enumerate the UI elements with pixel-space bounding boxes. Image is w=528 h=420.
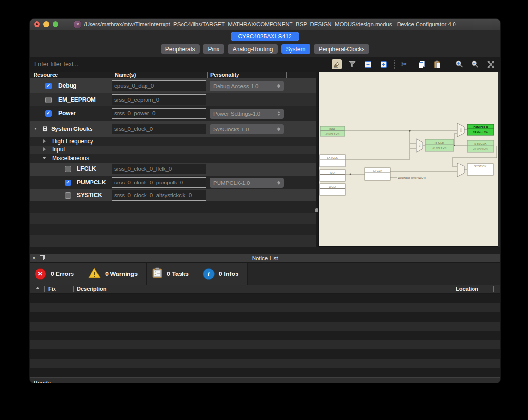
close-window-button[interactable] [34, 21, 40, 27]
notice-undock-icon[interactable] [39, 256, 44, 260]
em-eeprom-checkbox[interactable] [45, 97, 52, 103]
wco-block[interactable]: WCO [320, 184, 345, 195]
chevron-updown-icon [277, 84, 280, 88]
notice-empty-row [30, 303, 500, 312]
cut-icon[interactable]: ✂ [401, 59, 411, 69]
pumpclk-block[interactable]: PUMPCLK 24 MHz ± 2% [467, 124, 494, 135]
sysclk-block[interactable]: SYSCLK 24 MHz ± 2% [467, 140, 494, 152]
errors-filter-button[interactable]: ✕ 0 Errors [30, 263, 83, 285]
tasks-filter-button[interactable]: ✓✓ 0 Tasks [147, 263, 198, 285]
empty-row [30, 224, 316, 235]
expander-down-icon[interactable] [34, 128, 37, 130]
expander-down-icon[interactable] [42, 157, 46, 159]
lfclk-checkbox[interactable] [65, 166, 71, 172]
row-label: LFCLK [77, 165, 96, 172]
toolbar-separator [448, 60, 449, 69]
ilo-block[interactable]: ILO [320, 170, 345, 181]
pumpclk-personality-select[interactable]: PUMPCLK-1.0 [210, 178, 284, 188]
sort-caret-icon[interactable] [36, 287, 40, 289]
power-checkbox[interactable] [45, 110, 52, 117]
debug-personality-select[interactable]: Debug Access-1.0 [210, 81, 284, 91]
system-clocks-name-field[interactable]: srss_0_clock_0 [112, 124, 206, 134]
column-location[interactable]: Location [456, 286, 478, 292]
table-row-input[interactable]: Input [30, 146, 316, 154]
systick-block[interactable]: SYSTICK [467, 164, 493, 175]
pumpclk-checkbox[interactable] [65, 180, 71, 186]
row-label: High Frequency [52, 138, 93, 145]
row-label: Input [52, 146, 65, 153]
filter-toolbar: ✂ [30, 57, 500, 72]
collapse-all-icon[interactable] [363, 59, 373, 69]
hfclk-block[interactable]: HFCLK 24 MHz ± 2% [425, 139, 454, 151]
svg-text:24 MHz ± 2%: 24 MHz ± 2% [433, 147, 447, 149]
expander-right-icon[interactable] [43, 147, 46, 151]
table-row-high-frequency[interactable]: High Frequency [30, 137, 316, 146]
column-personality[interactable]: Personality [210, 72, 239, 78]
traffic-lights [34, 21, 58, 27]
copy-icon[interactable] [417, 59, 426, 69]
system-clocks-personality-select[interactable]: SysClocks-1.0 [210, 124, 284, 134]
eraser-icon[interactable] [332, 59, 342, 69]
zoom-fit-icon[interactable] [486, 59, 495, 69]
row-label: Debug [58, 82, 76, 89]
power-name-field[interactable]: srss_0_power_0 [112, 108, 206, 119]
table-row-em-eeprom[interactable]: EM_EEPROM srss_0_eeprom_0 [30, 93, 316, 106]
table-row-miscellaneous[interactable]: Miscellaneous [30, 154, 316, 163]
imo-block[interactable]: IMO 24 MHz ± 2% [320, 126, 345, 136]
column-resource[interactable]: Resource [34, 72, 58, 78]
mux-systick[interactable] [457, 163, 464, 177]
pumpclk-name-field[interactable]: srss_0_clock_0_pumpclk_0 [112, 177, 206, 188]
row-label: Power [58, 110, 76, 117]
expand-all-icon[interactable] [379, 59, 388, 69]
window-title-text: /Users/mathrax/mtw/TimerInterrupt_PSoC4/… [84, 21, 455, 27]
device-button[interactable]: CY8C4025AXI-S412 [231, 32, 299, 41]
table-row-lfclk[interactable]: LFCLK srss_0_clock_0_lfclk_0 [30, 163, 316, 176]
warning-icon [88, 267, 101, 280]
column-fix[interactable]: Fix [48, 286, 56, 292]
table-row-system-clocks[interactable]: System Clocks srss_0_clock_0 SysClocks-1… [30, 121, 316, 137]
mux-pumpclk[interactable]: IMO [457, 123, 464, 137]
tab-pins[interactable]: Pins [203, 44, 224, 54]
notice-splitter[interactable] [30, 247, 500, 254]
svg-text:24 MHz ± 2%: 24 MHz ± 2% [326, 133, 340, 135]
lfclk-block[interactable]: LFCLK [365, 168, 390, 180]
table-row-power[interactable]: Power srss_0_power_0 Power Settings-1.0 [30, 106, 316, 121]
svg-text:24 MHz ± 2%: 24 MHz ± 2% [473, 148, 488, 150]
filter-input[interactable] [30, 60, 332, 68]
title-bar[interactable]: ✕ /Users/mathrax/mtw/TimerInterrupt_PSoC… [30, 19, 500, 30]
zoom-out-icon[interactable] [470, 59, 480, 69]
table-row-pumpclk[interactable]: PUMPCLK srss_0_clock_0_pumpclk_0 PUMPCLK… [30, 176, 316, 189]
power-personality-select[interactable]: Power Settings-1.0 [210, 109, 284, 119]
debug-checkbox[interactable] [45, 83, 52, 89]
tab-peripheral-clocks[interactable]: Peripheral-Clocks [314, 44, 370, 54]
debug-name-field[interactable]: cpuss_0_dap_0 [112, 80, 206, 91]
tab-system[interactable]: System [281, 44, 310, 54]
em-eeprom-name-field[interactable]: srss_0_eeprom_0 [112, 94, 206, 105]
minimize-window-button[interactable] [43, 21, 49, 27]
svg-text:✂: ✂ [401, 60, 408, 68]
column-description[interactable]: Description [77, 286, 107, 292]
clock-diagram-panel[interactable]: Watchdog Timer (WDT) IMO IMO IMO [318, 72, 498, 247]
warnings-filter-button[interactable]: 0 Warnings [83, 263, 147, 285]
infos-filter-button[interactable]: i 0 Infos [198, 263, 248, 285]
desktop: { "window": { "title": "/Users/mathrax/m… [0, 0, 528, 420]
column-names[interactable]: Name(s) [115, 72, 136, 78]
extclk-block[interactable]: EXTCLK [320, 155, 345, 167]
svg-text:SYSTICK: SYSTICK [474, 165, 487, 168]
table-row-debug[interactable]: Debug cpuss_0_dap_0 Debug Access-1.0 [30, 78, 316, 93]
filter-funnel-icon[interactable] [347, 59, 357, 69]
lfclk-name-field[interactable]: srss_0_clock_0_lfclk_0 [112, 164, 206, 174]
systick-checkbox[interactable] [65, 192, 71, 199]
paste-icon[interactable] [432, 59, 442, 69]
mux-hfclk[interactable]: IMO [416, 139, 423, 152]
toolbar-icons: ✂ [332, 59, 500, 69]
notice-close-icon[interactable]: × [32, 256, 36, 261]
zoom-in-icon[interactable] [455, 59, 464, 69]
chevron-updown-icon [277, 127, 280, 131]
tab-peripherals[interactable]: Peripherals [161, 44, 200, 54]
maximize-window-button[interactable] [53, 21, 58, 27]
tab-analog-routing[interactable]: Analog-Routing [228, 44, 278, 54]
expander-right-icon[interactable] [43, 139, 46, 143]
systick-name-field[interactable]: srss_0_clock_0_altsystickclk_0 [112, 190, 206, 201]
table-row-systick[interactable]: SYSTICK srss_0_clock_0_altsystickclk_0 [30, 189, 316, 201]
